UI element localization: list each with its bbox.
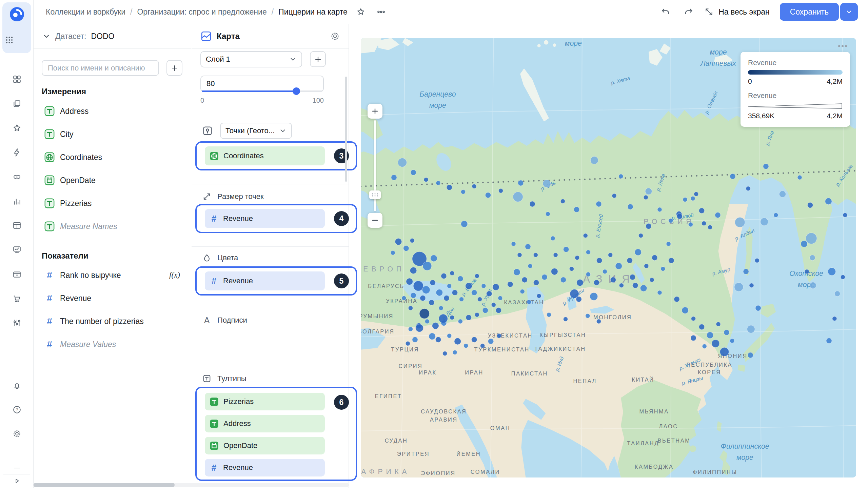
map-label: КАЗАХСТАН <box>504 299 544 305</box>
opacity-slider-handle[interactable] <box>293 87 300 95</box>
scrollbar-thumb[interactable] <box>34 483 175 487</box>
rail-storage-icon[interactable] <box>9 266 24 282</box>
tooltip-chips-list: PizzeriasAddressOpenDate#Revenue <box>205 393 325 476</box>
zoom-slider-handle[interactable] <box>369 190 381 199</box>
dataset-panel: Датасет: DODO Измерения AddressCityCoord… <box>34 24 191 488</box>
breadcrumb-item[interactable]: Пиццерии на карте <box>278 7 348 17</box>
dimension-pizzerias[interactable]: Pizzerias <box>42 194 185 213</box>
geo-icon <box>44 152 55 162</box>
annotation-box-geopoints: Coordinates 3 <box>195 141 357 170</box>
zoom-out-button[interactable] <box>368 213 382 228</box>
measure-rank-по-выручке[interactable]: #Rank по выручкеf(x) <box>42 265 185 285</box>
chip-revenue[interactable]: #Revenue <box>205 271 325 290</box>
rail-dashboards-icon[interactable] <box>9 242 24 257</box>
dimension-measure-names[interactable]: Measure Names <box>42 217 185 236</box>
dimension-coordinates[interactable]: Coordinates <box>42 147 185 167</box>
rail-services-icon[interactable] <box>9 315 24 330</box>
color-drop-icon <box>202 253 212 263</box>
dataset-name[interactable]: DODO <box>91 32 114 41</box>
measure-the-number-of-pizzerias[interactable]: #The number of pizzerias <box>42 311 185 331</box>
config-panel-scrollbar[interactable] <box>345 77 347 182</box>
map-chart-type-icon[interactable] <box>200 30 212 42</box>
chip-address[interactable]: Address <box>205 415 325 432</box>
breadcrumb-item[interactable]: Коллекции и воркбуки <box>46 7 125 17</box>
rail-marketplace-icon[interactable] <box>9 291 24 306</box>
chip-revenue[interactable]: #Revenue <box>205 459 325 476</box>
rail-objects-icon[interactable] <box>9 72 24 87</box>
map-label: ЭРИТРЕЯ <box>397 451 430 457</box>
annotation-badge-6: 6 <box>334 395 349 410</box>
number-hash-icon: # <box>210 277 218 285</box>
chip-opendate[interactable]: OpenDate <box>205 437 325 454</box>
map-more-menu-icon[interactable] <box>835 41 850 52</box>
legend-size-title: Revenue <box>748 92 843 100</box>
redo-icon[interactable] <box>681 5 695 19</box>
measure-revenue[interactable]: #Revenue <box>42 288 185 308</box>
map-label: УЗБЕКИСТАН <box>488 332 533 339</box>
apps-grid-icon[interactable] <box>2 32 17 47</box>
map-label: ИРАН <box>465 369 484 375</box>
map-label: ЕВРОП <box>363 265 405 273</box>
measure-measure-values[interactable]: #Measure Values <box>42 334 185 354</box>
save-button[interactable]: Сохранить <box>780 3 839 21</box>
rail-charts-icon[interactable] <box>9 194 24 209</box>
map-label: КАМБОДЖА <box>635 464 674 470</box>
separator <box>192 305 349 305</box>
map-label: ЛАОС <box>659 423 678 429</box>
tooltips-section-header: Тултипы <box>202 373 246 384</box>
rail-datasets-icon[interactable] <box>9 218 24 233</box>
svg-text:?: ? <box>16 407 18 412</box>
breadcrumb-item[interactable]: Организации: спрос и предложение <box>137 7 267 17</box>
rail-editor-icon[interactable] <box>9 145 24 160</box>
map-legend: Revenue 0 4,2М Revenue 358,69K 4,2М <box>741 52 850 127</box>
zoom-in-button[interactable] <box>368 104 382 119</box>
expand-rail-icon[interactable] <box>9 473 24 488</box>
add-layer-button[interactable] <box>310 51 326 67</box>
fullscreen-button[interactable]: На весь экран <box>704 5 770 19</box>
field-label: Address <box>60 107 88 116</box>
dimension-address[interactable]: Address <box>42 101 185 121</box>
dimension-city[interactable]: City <box>42 124 185 144</box>
panels-horizontal-scrollbar[interactable] <box>34 483 349 487</box>
favorite-star-icon[interactable] <box>354 5 368 19</box>
geotype-select[interactable]: Точки (Геото... <box>220 123 292 139</box>
map-label: БЕЛАРУСЬ <box>368 283 404 289</box>
datalens-logo[interactable] <box>9 6 25 22</box>
map-label: ТУРЦИЯ <box>391 346 419 352</box>
opacity-minmax: 0 100 <box>200 97 324 104</box>
more-menu-icon[interactable] <box>374 5 388 19</box>
chip-label: OpenDate <box>223 441 257 450</box>
labels-a-icon: A <box>202 316 212 325</box>
chip-pizzerias[interactable]: Pizzerias <box>205 393 325 410</box>
number-hash-icon: # <box>44 340 55 349</box>
map-label: АФРИКА <box>361 468 410 475</box>
opacity-slider-track[interactable] <box>202 90 322 92</box>
field-label: Coordinates <box>60 153 102 162</box>
opacity-input[interactable] <box>201 76 323 91</box>
tooltips-title: Тултипы <box>217 374 246 383</box>
settings-gear-icon[interactable] <box>9 426 24 441</box>
search-input[interactable] <box>42 60 159 76</box>
save-options-button[interactable] <box>840 3 858 21</box>
notifications-bell-icon[interactable] <box>9 378 24 393</box>
rail-connections-icon[interactable] <box>9 169 24 184</box>
rail-collections-icon[interactable] <box>9 96 24 111</box>
chart-settings-gear-icon[interactable] <box>330 32 340 41</box>
undo-icon[interactable] <box>659 5 673 19</box>
chip-revenue[interactable]: #Revenue <box>205 209 325 228</box>
text-field-icon <box>44 198 55 208</box>
help-icon[interactable]: ? <box>9 402 24 417</box>
dimension-opendate[interactable]: OpenDate <box>42 170 185 190</box>
rail-favorites-icon[interactable] <box>9 120 24 136</box>
save-split-button: Сохранить <box>780 3 858 21</box>
map-label: море <box>710 48 727 56</box>
text-field-icon <box>44 221 55 231</box>
add-field-button[interactable] <box>166 60 182 76</box>
field-label: City <box>60 130 74 139</box>
geotype-select-value: Точки (Геото... <box>225 126 275 135</box>
chip-coordinates[interactable]: Coordinates <box>205 146 325 165</box>
layer-select[interactable]: Слой 1 <box>200 51 302 67</box>
chevron-down-icon[interactable] <box>42 32 51 40</box>
separator <box>192 246 349 247</box>
map-label: ОМАН <box>490 425 510 431</box>
